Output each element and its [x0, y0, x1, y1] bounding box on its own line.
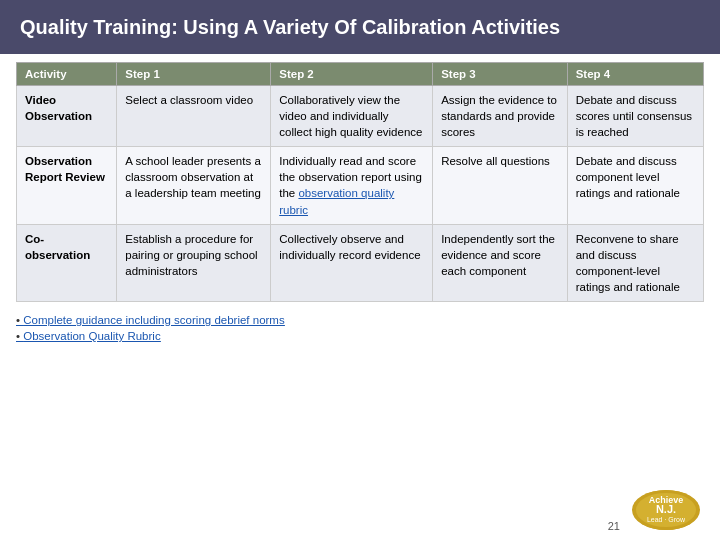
page-number: 21 — [608, 520, 620, 532]
bullets-section: Complete guidance including scoring debr… — [0, 302, 720, 350]
row-video-step3: Assign the evidence to standards and pro… — [433, 86, 568, 147]
main-table-container: Activity Step 1 Step 2 Step 3 Step 4 Vid… — [0, 62, 720, 302]
row-label-video: Video Observation — [17, 86, 117, 147]
table-row: Observation Report Review A school leade… — [17, 147, 704, 224]
footer-logo: Achieve N.J. Lead · Grow — [626, 488, 706, 532]
row-video-step4: Debate and discuss scores until consensu… — [567, 86, 703, 147]
row-obs-step3: Resolve all questions — [433, 147, 568, 224]
row-coobs-step2: Collectively observe and individually re… — [271, 224, 433, 301]
row-video-step1: Select a classroom video — [117, 86, 271, 147]
calibration-table: Activity Step 1 Step 2 Step 3 Step 4 Vid… — [16, 62, 704, 302]
bullet-item[interactable]: Complete guidance including scoring debr… — [16, 312, 704, 328]
bullet-link-1[interactable]: Complete guidance including scoring debr… — [23, 314, 284, 326]
row-obs-step2: Individually read and score the observat… — [271, 147, 433, 224]
bullet-item[interactable]: Observation Quality Rubric — [16, 328, 704, 344]
row-coobs-step1: Establish a procedure for pairing or gro… — [117, 224, 271, 301]
col-activity: Activity — [17, 63, 117, 86]
row-obs-step1: A school leader presents a classroom obs… — [117, 147, 271, 224]
row-video-step2: Collaboratively view the video and indiv… — [271, 86, 433, 147]
header: Quality Training: Using A Variety Of Cal… — [0, 0, 720, 54]
col-step3: Step 3 — [433, 63, 568, 86]
page-title: Quality Training: Using A Variety Of Cal… — [20, 16, 560, 38]
row-obs-step4: Debate and discuss component level ratin… — [567, 147, 703, 224]
svg-text:Lead · Grow: Lead · Grow — [647, 516, 686, 523]
row-label-obs: Observation Report Review — [17, 147, 117, 224]
table-row: Video Observation Select a classroom vid… — [17, 86, 704, 147]
table-row: Co-observation Establish a procedure for… — [17, 224, 704, 301]
svg-text:N.J.: N.J. — [656, 503, 676, 515]
achieve-nj-logo: Achieve N.J. Lead · Grow — [632, 490, 700, 530]
bullet-link-2[interactable]: Observation Quality Rubric — [23, 330, 160, 342]
row-label-coobs: Co-observation — [17, 224, 117, 301]
logo-svg: Achieve N.J. Lead · Grow — [632, 489, 700, 531]
row-coobs-step4: Reconvene to share and discuss component… — [567, 224, 703, 301]
row-coobs-step3: Independently sort the evidence and scor… — [433, 224, 568, 301]
col-step4: Step 4 — [567, 63, 703, 86]
col-step2: Step 2 — [271, 63, 433, 86]
table-header-row: Activity Step 1 Step 2 Step 3 Step 4 — [17, 63, 704, 86]
obs-quality-rubric-link[interactable]: observation quality rubric — [279, 187, 394, 215]
col-step1: Step 1 — [117, 63, 271, 86]
